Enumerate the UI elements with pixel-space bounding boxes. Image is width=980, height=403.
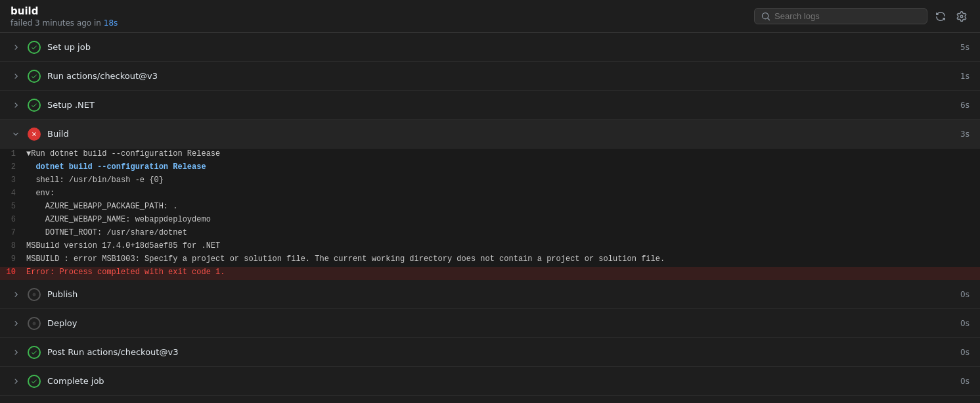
chevron-down-icon xyxy=(11,129,21,139)
search-box[interactable] xyxy=(754,8,927,24)
log-line: 1 ▼Run dotnet build --configuration Rele… xyxy=(0,149,980,162)
status-icon-skipped xyxy=(28,288,41,301)
line-content: dotnet build --configuration Release xyxy=(26,162,980,172)
line-number: 8 xyxy=(0,241,26,250)
job-name: Run actions/checkout@v3 xyxy=(47,71,954,81)
log-line: 4 env: xyxy=(0,188,980,201)
job-row-build[interactable]: Build 3s xyxy=(0,120,980,149)
svg-point-1 xyxy=(33,321,36,325)
job-duration: 0s xyxy=(960,319,969,328)
job-row-deploy[interactable]: Deploy 0s xyxy=(0,309,980,338)
line-content: env: xyxy=(26,189,980,198)
header-actions xyxy=(754,8,969,24)
line-number: 9 xyxy=(0,254,26,264)
search-icon xyxy=(761,12,770,21)
line-number: 4 xyxy=(0,189,26,198)
search-input[interactable] xyxy=(774,11,920,21)
log-line: 9 MSBUILD : error MSB1003: Specify a pro… xyxy=(0,254,980,267)
status-icon-error xyxy=(28,128,41,141)
page-subtitle: failed 3 minutes ago in 18s xyxy=(11,18,118,28)
job-row-post-checkout[interactable]: Post Run actions/checkout@v3 0s xyxy=(0,338,980,367)
line-content: MSBUILD : error MSB1003: Specify a proje… xyxy=(26,254,980,264)
job-duration: 1s xyxy=(960,72,969,81)
log-line: 5 AZURE_WEBAPP_PACKAGE_PATH: . xyxy=(0,201,980,214)
log-line: 6 AZURE_WEBAPP_NAME: webappdeploydemo xyxy=(0,214,980,227)
chevron-right-icon xyxy=(11,42,21,53)
status-icon-success xyxy=(28,99,41,112)
job-row-complete[interactable]: Complete job 0s xyxy=(0,367,980,396)
log-line: 7 DOTNET_ROOT: /usr/share/dotnet xyxy=(0,227,980,241)
log-line: 2 dotnet build --configuration Release xyxy=(0,162,980,175)
svg-point-0 xyxy=(33,293,36,296)
job-name: Set up job xyxy=(47,42,954,52)
job-name: Setup .NET xyxy=(47,100,954,110)
line-number: 5 xyxy=(0,202,26,211)
job-list: Set up job 5s Run actions/checkout@v3 1s… xyxy=(0,33,980,403)
job-duration: 0s xyxy=(960,290,969,299)
job-duration: 0s xyxy=(960,348,969,357)
job-duration: 3s xyxy=(960,130,969,139)
job-name: Publish xyxy=(47,289,954,299)
header-title-area: build failed 3 minutes ago in 18s xyxy=(11,5,118,28)
status-icon-success xyxy=(28,346,41,359)
line-content: ▼Run dotnet build --configuration Releas… xyxy=(26,149,980,158)
line-content: Error: Process completed with exit code … xyxy=(26,268,980,277)
page-header: build failed 3 minutes ago in 18s xyxy=(0,0,980,33)
chevron-right-icon xyxy=(11,100,21,110)
chevron-right-icon xyxy=(11,347,21,358)
line-content: shell: /usr/bin/bash -e {0} xyxy=(26,176,980,185)
line-content: MSBuild version 17.4.0+18d5aef85 for .NE… xyxy=(26,241,980,250)
job-name: Build xyxy=(47,129,954,139)
line-number: 3 xyxy=(0,176,26,185)
job-row-checkout[interactable]: Run actions/checkout@v3 1s xyxy=(0,62,980,91)
subtitle-text: failed 3 minutes ago in xyxy=(11,18,101,28)
status-icon-success xyxy=(28,70,41,83)
job-name: Post Run actions/checkout@v3 xyxy=(47,347,954,357)
job-row-dotnet[interactable]: Setup .NET 6s xyxy=(0,91,980,120)
log-line: 8 MSBuild version 17.4.0+18d5aef85 for .… xyxy=(0,241,980,254)
status-icon-success xyxy=(28,375,41,388)
job-duration: 5s xyxy=(960,43,969,52)
job-row-setup[interactable]: Set up job 5s xyxy=(0,33,980,62)
log-line: 3 shell: /usr/bin/bash -e {0} xyxy=(0,175,980,188)
chevron-right-icon xyxy=(11,289,21,300)
job-name: Deploy xyxy=(47,318,954,328)
line-number: 6 xyxy=(0,215,26,224)
job-row-publish[interactable]: Publish 0s xyxy=(0,280,980,309)
line-content: DOTNET_ROOT: /usr/share/dotnet xyxy=(26,228,980,237)
line-content: AZURE_WEBAPP_PACKAGE_PATH: . xyxy=(26,202,980,211)
line-number: 2 xyxy=(0,162,26,172)
status-icon-success xyxy=(28,41,41,54)
refresh-button[interactable] xyxy=(933,9,948,24)
line-number: 10 xyxy=(0,268,26,277)
settings-button[interactable] xyxy=(954,9,969,24)
line-content: AZURE_WEBAPP_NAME: webappdeploydemo xyxy=(26,215,980,224)
duration-link[interactable]: 18s xyxy=(104,18,118,28)
status-icon-skipped xyxy=(28,317,41,330)
chevron-right-icon xyxy=(11,376,21,387)
job-duration: 0s xyxy=(960,377,969,386)
line-number: 1 xyxy=(0,149,26,158)
job-name: Complete job xyxy=(47,376,954,386)
log-section: 1 ▼Run dotnet build --configuration Rele… xyxy=(0,149,980,280)
chevron-right-icon xyxy=(11,318,21,329)
chevron-right-icon xyxy=(11,71,21,82)
log-line-error: 10 Error: Process completed with exit co… xyxy=(0,267,980,280)
page-title: build xyxy=(11,5,118,17)
line-number: 7 xyxy=(0,228,26,237)
job-duration: 6s xyxy=(960,101,969,110)
